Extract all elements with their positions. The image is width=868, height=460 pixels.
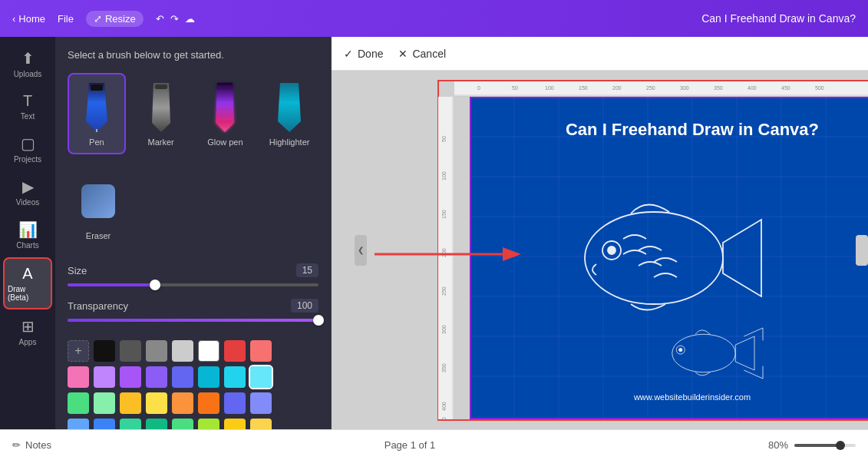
size-slider-fill <box>68 283 155 286</box>
size-value: 15 <box>296 263 318 277</box>
color-warm-yellow[interactable] <box>250 419 272 429</box>
size-slider-section: Size 15 <box>68 263 318 286</box>
brush-pen[interactable]: Pen <box>68 73 126 154</box>
x-icon: ✕ <box>398 48 408 60</box>
videos-icon: ▶ <box>22 177 34 196</box>
color-pink[interactable] <box>68 366 89 388</box>
color-sky[interactable] <box>68 419 89 429</box>
back-button[interactable]: ‹ Home <box>12 13 45 25</box>
highlighter-icon <box>268 81 311 134</box>
svg-text:www.websitebuilderinsider.com: www.websitebuilderinsider.com <box>632 392 750 402</box>
svg-point-56 <box>608 247 616 254</box>
color-teal[interactable] <box>198 366 219 388</box>
collapse-handle[interactable]: ❮ <box>355 235 367 266</box>
resize-button[interactable]: ⤢ Resize <box>86 11 144 27</box>
color-row-4 <box>68 419 318 429</box>
page-title: Can I Freehand Draw in Canva? <box>701 12 856 25</box>
sidebar-item-uploads[interactable]: ⬆ Uploads <box>3 43 52 84</box>
canvas-drawing[interactable]: Can I Freehand Draw in Canva? <box>470 97 869 419</box>
color-light-cyan[interactable] <box>250 366 272 388</box>
red-arrow <box>375 239 528 273</box>
sidebar-item-text[interactable]: T Text <box>3 86 52 127</box>
color-orange-red[interactable] <box>172 392 193 414</box>
color-red[interactable] <box>224 340 246 362</box>
redo-button[interactable]: ↷ <box>170 13 179 25</box>
cancel-button[interactable]: ✕ Cancel <box>398 48 446 60</box>
cancel-label: Cancel <box>412 48 446 60</box>
canvas-wrapper[interactable]: ❮ <box>332 71 868 429</box>
svg-text:350: 350 <box>441 363 447 372</box>
scroll-handle[interactable] <box>856 235 868 266</box>
sidebar-item-apps[interactable]: ⊞ Apps <box>3 311 52 352</box>
sidebar-uploads-label: Uploads <box>14 70 42 78</box>
transparency-slider-section: Transparency 100 <box>68 299 318 322</box>
glowpen-icon <box>203 81 246 134</box>
color-pink-red[interactable] <box>250 340 272 362</box>
svg-text:450: 450 <box>441 417 447 419</box>
color-white[interactable] <box>198 340 219 362</box>
color-light-green[interactable] <box>94 392 115 414</box>
svg-rect-1 <box>91 84 103 91</box>
transparency-slider-fill <box>68 319 318 322</box>
color-purple[interactable] <box>120 366 141 388</box>
sidebar-draw-label: Draw (Beta) <box>8 285 48 302</box>
brush-eraser[interactable]: Eraser <box>68 167 129 248</box>
ruler-horizontal: 0 50 100 150 200 250 300 350 400 450 500 <box>454 81 869 97</box>
eraser-row: Eraser <box>68 167 318 248</box>
size-label: Size <box>68 265 87 276</box>
zoom-control: 80% <box>768 439 856 451</box>
sidebar-item-projects[interactable]: ▢ Projects <box>3 128 52 170</box>
undo-redo: ↶ ↷ ☁ <box>156 13 195 25</box>
page-info: Page 1 of 1 <box>51 439 768 451</box>
sidebar-item-videos[interactable]: ▶ Videos <box>3 171 52 213</box>
color-yellow[interactable] <box>146 392 167 414</box>
file-button[interactable]: File <box>58 13 74 25</box>
add-color-button[interactable]: + <box>68 340 89 362</box>
color-lime[interactable] <box>172 419 193 429</box>
svg-text:50: 50 <box>441 136 447 142</box>
zoom-slider-thumb[interactable] <box>836 441 845 450</box>
color-orange[interactable] <box>198 392 219 414</box>
zoom-slider-fill <box>794 444 840 447</box>
svg-text:Can I Freehand Draw in Canva?: Can I Freehand Draw in Canva? <box>565 120 818 139</box>
sidebar-projects-label: Projects <box>14 155 41 164</box>
svg-text:200: 200 <box>612 85 622 91</box>
color-violet2[interactable] <box>146 366 167 388</box>
color-emerald2[interactable] <box>146 419 167 429</box>
color-black[interactable] <box>94 340 115 362</box>
size-slider-thumb[interactable] <box>150 280 160 290</box>
color-gold[interactable] <box>224 419 246 429</box>
sidebar-item-charts[interactable]: 📊 Charts <box>3 214 52 256</box>
color-yellow-green[interactable] <box>198 419 219 429</box>
file-label: File <box>58 13 74 25</box>
color-indigo[interactable] <box>172 366 193 388</box>
color-green[interactable] <box>68 392 89 414</box>
size-slider-track[interactable] <box>68 283 318 286</box>
brush-highlighter[interactable]: Highlighter <box>260 73 318 154</box>
color-amber[interactable] <box>120 392 141 414</box>
color-gray[interactable] <box>146 340 167 362</box>
transparency-slider-thumb[interactable] <box>313 315 324 326</box>
color-cyan[interactable] <box>224 366 246 388</box>
color-violet[interactable] <box>94 366 115 388</box>
projects-icon: ▢ <box>21 134 35 153</box>
main-layout: ⬆ Uploads T Text ▢ Projects ▶ Videos 📊 C… <box>0 37 868 429</box>
done-button[interactable]: ✓ Done <box>344 48 383 60</box>
color-indigo2[interactable] <box>224 392 246 414</box>
sidebar-item-draw[interactable]: A Draw (Beta) <box>3 257 52 309</box>
svg-marker-5 <box>216 83 234 132</box>
transparency-label: Transparency <box>68 300 128 312</box>
cloud-button[interactable]: ☁ <box>185 13 195 25</box>
color-emerald[interactable] <box>120 419 141 429</box>
brush-glowpen[interactable]: Glow pen <box>196 73 255 154</box>
transparency-slider-track[interactable] <box>68 319 318 322</box>
color-light-gray[interactable] <box>172 340 193 362</box>
zoom-slider[interactable] <box>794 444 856 447</box>
color-blue[interactable] <box>94 419 115 429</box>
brush-marker[interactable]: Marker <box>132 73 190 154</box>
undo-button[interactable]: ↶ <box>156 13 164 25</box>
notes-button[interactable]: ✏ Notes <box>12 439 51 451</box>
svg-text:300: 300 <box>441 325 447 334</box>
color-lavender[interactable] <box>250 392 272 414</box>
color-dark-gray[interactable] <box>120 340 141 362</box>
